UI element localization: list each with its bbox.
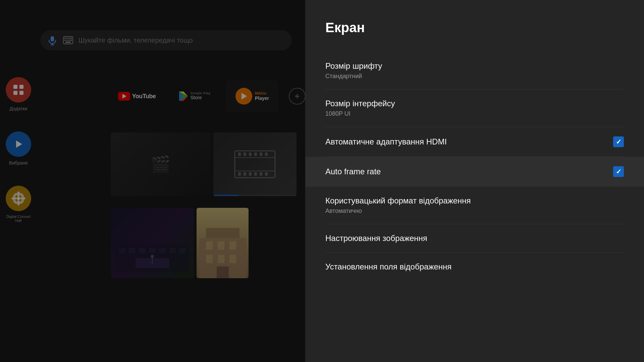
- magic-player-icon: [235, 88, 252, 105]
- app-card-google-play[interactable]: Google Play Store: [168, 80, 221, 112]
- svg-rect-62: [229, 241, 236, 250]
- svg-rect-11: [68, 40, 69, 41]
- svg-rect-66: [217, 266, 229, 278]
- settings-item-font-size[interactable]: Розмір шрифту Стандартний: [325, 52, 624, 89]
- svg-rect-54: [179, 248, 186, 253]
- svg-rect-51: [149, 248, 156, 253]
- flower-icon: [11, 191, 26, 206]
- sidebar-label-favorites: Вибране: [9, 160, 28, 166]
- sidebar-item-concert[interactable]: Digital Concert Hall: [3, 186, 34, 223]
- add-app-button[interactable]: +: [284, 80, 305, 112]
- svg-rect-36: [244, 153, 246, 156]
- mic-icon[interactable]: [47, 35, 58, 46]
- svg-point-21: [17, 200, 20, 205]
- svg-rect-45: [260, 172, 262, 176]
- app-card-magic-player[interactable]: MAGic Player: [226, 80, 278, 112]
- grid-icon: [12, 83, 25, 96]
- settings-item-subtitle-font-size: Стандартний: [325, 73, 382, 80]
- content-thumb-1[interactable]: 🎬: [111, 132, 211, 196]
- svg-point-20: [17, 191, 20, 197]
- checkmark-hdmi: ✓: [616, 138, 622, 146]
- svg-rect-63: [206, 255, 213, 263]
- svg-rect-60: [206, 241, 213, 250]
- settings-item-left-display-format: Користувацький формат відображення Автом…: [325, 196, 471, 215]
- progress-bar: [213, 195, 297, 196]
- svg-point-22: [11, 197, 17, 200]
- add-icon: +: [289, 88, 305, 105]
- svg-rect-16: [13, 91, 17, 95]
- sidebar-item-favorites[interactable]: Вибране: [6, 131, 31, 166]
- svg-rect-50: [139, 248, 146, 253]
- svg-rect-49: [129, 248, 136, 253]
- settings-item-left-interface-size: Розмір інтерфейсу 1080P UI: [325, 99, 395, 117]
- settings-item-title-image-settings: Настроювання зображення: [325, 234, 427, 243]
- google-play-icon: [178, 91, 189, 101]
- settings-list: Розмір шрифту Стандартний Розмір інтерфе…: [325, 52, 624, 281]
- settings-item-title-hdmi: Автоматичне адаптування HDMI: [325, 137, 447, 146]
- checkbox-auto-frame-rate[interactable]: ✓: [613, 166, 624, 177]
- search-bar[interactable]: Шукайте фільми, телепередачі тощо: [40, 30, 292, 50]
- svg-rect-35: [238, 153, 241, 156]
- sidebar-item-apps[interactable]: Додатки: [6, 77, 31, 111]
- google-play-text: Google Play Store: [191, 92, 211, 100]
- content-row-1: 🎬: [111, 132, 299, 199]
- svg-rect-43: [249, 172, 252, 176]
- magic-player-text: MAGic Player: [255, 91, 269, 101]
- svg-rect-6: [66, 38, 67, 39]
- right-panel: Екран Розмір шрифту Стандартний Розмір і…: [305, 0, 644, 362]
- svg-marker-18: [16, 140, 22, 148]
- svg-rect-38: [254, 153, 257, 156]
- play-icon: [13, 138, 24, 150]
- film-reel-icon: [231, 144, 278, 184]
- svg-rect-61: [218, 241, 224, 250]
- svg-rect-8: [70, 38, 72, 39]
- svg-point-56: [151, 255, 154, 258]
- youtube-label: YouTube: [132, 93, 156, 100]
- apps-row: YouTube Google Play Store: [111, 80, 305, 112]
- svg-rect-15: [19, 85, 23, 89]
- svg-point-25: [19, 199, 25, 205]
- settings-item-title-font-size: Розмір шрифту: [325, 61, 382, 71]
- settings-item-hdmi[interactable]: Автоматичне адаптування HDMI ✓: [325, 127, 624, 157]
- settings-item-subtitle-interface-size: 1080P UI: [325, 110, 395, 117]
- building-silhouette: [199, 211, 246, 278]
- svg-rect-7: [68, 38, 69, 39]
- svg-rect-14: [13, 85, 17, 89]
- content-thumb-concert[interactable]: [111, 208, 194, 278]
- settings-item-title-interface-size: Розмір інтерфейсу: [325, 99, 395, 108]
- app-card-youtube[interactable]: YouTube: [111, 80, 163, 112]
- svg-rect-41: [238, 172, 241, 176]
- svg-rect-42: [244, 172, 246, 176]
- content-thumb-2[interactable]: [213, 132, 297, 196]
- checkbox-hdmi[interactable]: ✓: [613, 136, 624, 147]
- settings-item-display-format[interactable]: Користувацький формат відображення Автом…: [325, 187, 624, 224]
- svg-rect-65: [229, 255, 236, 263]
- checkmark-auto-frame-rate: ✓: [616, 168, 622, 176]
- settings-item-left-display-field: Установлення поля відображення: [325, 262, 451, 272]
- sidebar-label-concert: Digital Concert Hall: [3, 215, 34, 223]
- svg-rect-1: [51, 36, 54, 42]
- svg-rect-44: [254, 172, 257, 176]
- svg-point-27: [12, 199, 18, 205]
- keyboard-icon[interactable]: [63, 36, 73, 45]
- settings-item-interface-size[interactable]: Розмір інтерфейсу 1080P UI: [325, 89, 624, 127]
- progress-fill: [213, 195, 238, 196]
- settings-item-auto-frame-rate[interactable]: Auto frame rate ✓: [305, 157, 644, 187]
- svg-rect-5: [64, 38, 65, 39]
- left-panel: Шукайте фільми, телепередачі тощо Додатк…: [0, 0, 305, 362]
- content-thumb-building[interactable]: [197, 208, 249, 278]
- youtube-icon: [118, 92, 130, 101]
- svg-rect-40: [265, 153, 268, 156]
- svg-point-19: [17, 197, 20, 200]
- settings-item-display-field[interactable]: Установлення поля відображення: [325, 253, 624, 281]
- svg-rect-37: [249, 153, 252, 156]
- svg-rect-46: [265, 172, 268, 176]
- settings-item-left-hdmi: Автоматичне адаптування HDMI: [325, 137, 447, 146]
- settings-item-subtitle-display-format: Автоматично: [325, 207, 471, 215]
- svg-rect-53: [169, 248, 176, 253]
- search-placeholder: Шукайте фільми, телепередачі тощо: [78, 37, 285, 44]
- sidebar: Додатки Вибране: [0, 77, 37, 223]
- settings-item-image-settings[interactable]: Настроювання зображення: [325, 224, 624, 253]
- settings-item-title-auto-frame-rate: Auto frame rate: [325, 167, 381, 176]
- svg-rect-9: [64, 40, 65, 41]
